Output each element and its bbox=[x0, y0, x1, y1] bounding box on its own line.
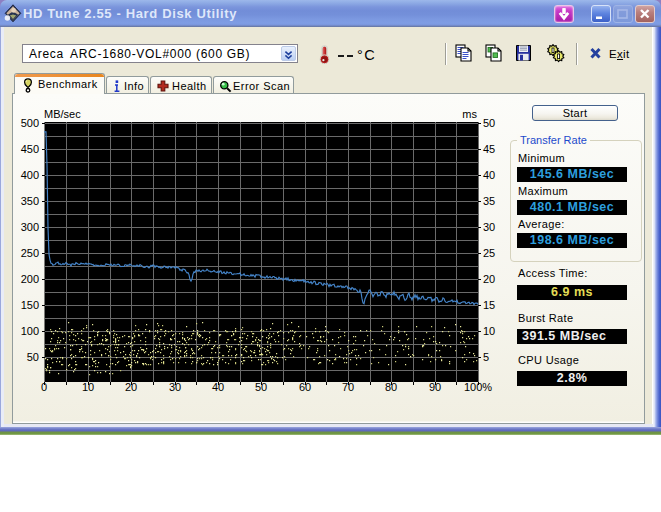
svg-text:350: 350 bbox=[21, 195, 39, 207]
svg-text:250: 250 bbox=[21, 247, 39, 259]
svg-text:10: 10 bbox=[82, 381, 94, 393]
svg-text:50: 50 bbox=[483, 117, 495, 129]
svg-text:50: 50 bbox=[27, 351, 39, 363]
svg-text:30: 30 bbox=[169, 381, 181, 393]
svg-text:15: 15 bbox=[483, 299, 495, 311]
svg-text:100: 100 bbox=[21, 325, 39, 337]
svg-text:60: 60 bbox=[299, 381, 311, 393]
svg-text:90: 90 bbox=[429, 381, 441, 393]
svg-text:30: 30 bbox=[483, 221, 495, 233]
svg-text:45: 45 bbox=[483, 143, 495, 155]
svg-text:0: 0 bbox=[41, 381, 47, 393]
svg-text:20: 20 bbox=[125, 381, 137, 393]
svg-text:40: 40 bbox=[212, 381, 224, 393]
svg-text:MB/sec: MB/sec bbox=[44, 108, 81, 120]
svg-text:50: 50 bbox=[255, 381, 267, 393]
svg-text:100%: 100% bbox=[464, 381, 492, 393]
svg-text:ms: ms bbox=[462, 108, 477, 120]
svg-text:10: 10 bbox=[483, 325, 495, 337]
svg-text:20: 20 bbox=[483, 273, 495, 285]
svg-text:70: 70 bbox=[342, 381, 354, 393]
svg-text:500: 500 bbox=[21, 117, 39, 129]
svg-text:80: 80 bbox=[385, 381, 397, 393]
svg-text:40: 40 bbox=[483, 169, 495, 181]
svg-text:200: 200 bbox=[21, 273, 39, 285]
svg-text:450: 450 bbox=[21, 143, 39, 155]
svg-text:35: 35 bbox=[483, 195, 495, 207]
svg-text:150: 150 bbox=[21, 299, 39, 311]
svg-text:5: 5 bbox=[483, 351, 489, 363]
svg-text:400: 400 bbox=[21, 169, 39, 181]
svg-text:300: 300 bbox=[21, 221, 39, 233]
svg-text:25: 25 bbox=[483, 247, 495, 259]
